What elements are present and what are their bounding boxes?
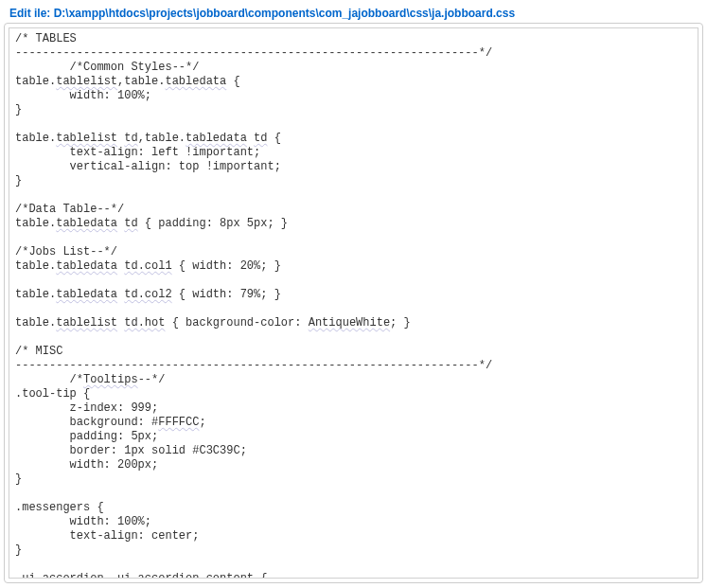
editor-panel: /* TABLES ------------------------------…: [4, 23, 703, 583]
css-editor-textarea[interactable]: /* TABLES ------------------------------…: [9, 28, 698, 578]
editor-title: Edit ile: D:\xampp\htdocs\projects\jobbo…: [4, 4, 703, 23]
code-box: /* TABLES ------------------------------…: [9, 27, 698, 579]
title-filepath: D:\xampp\htdocs\projects\jobboard\compon…: [54, 7, 515, 20]
title-label: Edit ile:: [9, 7, 50, 20]
